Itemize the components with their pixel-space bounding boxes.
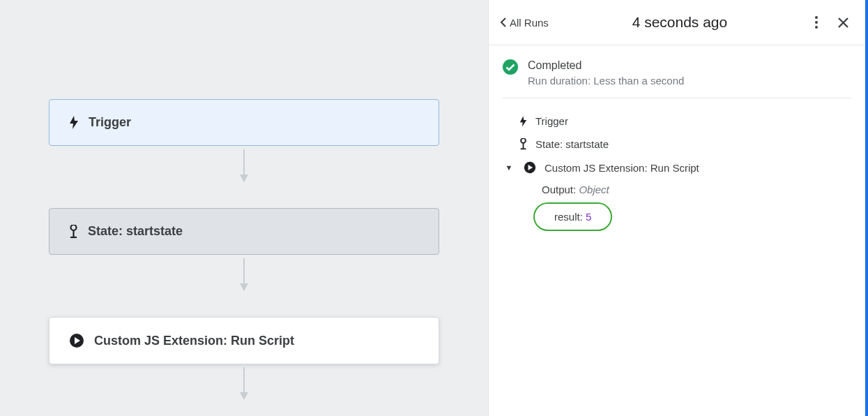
step-state[interactable]: State: startstate	[503, 133, 851, 156]
node-state[interactable]: State: startstate	[49, 208, 439, 255]
connector-arrow	[243, 258, 245, 290]
node-state-label: State: startstate	[88, 224, 183, 239]
more-options-button[interactable]	[807, 13, 826, 32]
play-circle-icon	[524, 161, 536, 174]
step-trigger-label: Trigger	[535, 115, 568, 127]
svg-point-7	[503, 59, 518, 75]
output-label: Output:	[542, 184, 579, 195]
header-actions	[807, 13, 853, 32]
milestone-icon	[519, 138, 527, 150]
svg-point-8	[521, 138, 526, 143]
connector-arrow	[243, 367, 245, 399]
run-status: Completed Run duration: Less than a seco…	[489, 45, 865, 98]
workflow-canvas: Trigger State: startstate Custom JS Exte…	[0, 0, 488, 416]
close-button[interactable]	[833, 13, 853, 32]
panel-title: 4 seconds ago	[553, 14, 807, 31]
result-value: 5	[586, 211, 591, 223]
node-trigger-label: Trigger	[89, 115, 131, 130]
step-trigger[interactable]: Trigger	[503, 110, 851, 133]
node-trigger[interactable]: Trigger	[49, 99, 439, 146]
milestone-icon	[69, 225, 78, 239]
run-details-panel: All Runs 4 seconds ago Completed Run dur…	[488, 0, 868, 416]
run-steps-list: Trigger State: startstate ▼ Custom JS Ex…	[489, 98, 865, 242]
svg-point-4	[815, 16, 818, 19]
status-label: Completed	[528, 59, 851, 72]
play-circle-icon	[69, 333, 84, 348]
back-to-all-runs[interactable]: All Runs	[496, 14, 553, 31]
output-row: Output: Object	[503, 179, 851, 198]
node-custom-js[interactable]: Custom JS Extension: Run Script	[49, 317, 439, 364]
connector-arrow	[243, 149, 245, 181]
back-label: All Runs	[510, 17, 549, 29]
close-icon	[838, 17, 848, 28]
more-vertical-icon	[815, 16, 818, 29]
result-highlight: result: 5	[533, 202, 612, 231]
node-custom-label: Custom JS Extension: Run Script	[94, 334, 294, 348]
bolt-icon	[69, 116, 79, 129]
svg-point-0	[71, 225, 77, 230]
bolt-icon	[519, 116, 527, 127]
caret-down-icon: ▼	[503, 163, 515, 172]
step-custom-label: Custom JS Extension: Run Script	[545, 162, 699, 174]
chevron-left-icon	[500, 17, 507, 27]
svg-point-5	[815, 21, 818, 24]
status-duration: Run duration: Less than a second	[528, 75, 851, 87]
step-state-label: State: startstate	[535, 138, 609, 150]
result-label: result:	[554, 211, 586, 223]
panel-header: All Runs 4 seconds ago	[489, 0, 865, 45]
step-custom-js[interactable]: ▼ Custom JS Extension: Run Script	[503, 156, 851, 179]
output-type: Object	[579, 184, 609, 195]
svg-point-6	[815, 26, 818, 29]
check-circle-icon	[503, 59, 518, 75]
